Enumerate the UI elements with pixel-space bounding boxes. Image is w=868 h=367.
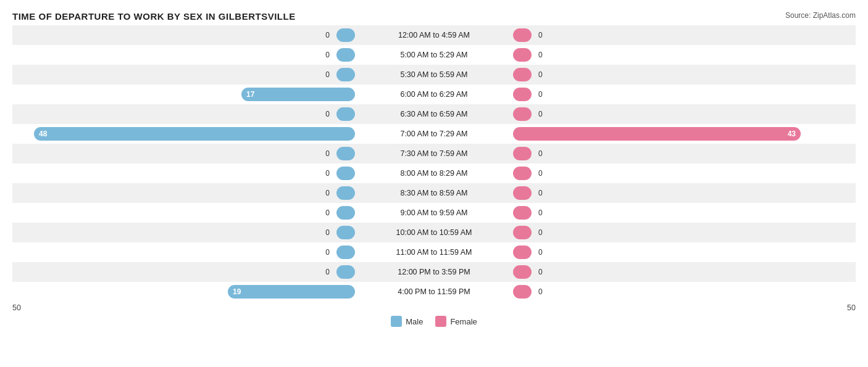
male-side: 0 [12, 262, 358, 282]
legend-male-label: Male [406, 317, 423, 326]
table-row: 08:30 AM to 8:59 AM0 [12, 183, 856, 203]
female-bar [513, 265, 532, 279]
female-value: 0 [538, 169, 543, 178]
table-row: 176:00 AM to 6:29 AM0 [12, 85, 856, 104]
legend: Male Female [391, 316, 477, 327]
time-label: 12:00 PM to 3:59 PM [358, 268, 510, 276]
female-side: 0 [510, 282, 856, 302]
male-side: 48 [12, 124, 358, 144]
legend-female-label: Female [450, 317, 477, 326]
table-row: 012:00 AM to 4:59 AM0 [12, 25, 856, 45]
female-bar: 43 [513, 127, 801, 141]
male-side: 17 [12, 85, 358, 104]
time-label: 12:00 AM to 4:59 AM [358, 31, 510, 39]
male-side: 0 [12, 183, 358, 203]
female-bar [513, 206, 532, 220]
table-row: 07:30 AM to 7:59 AM0 [12, 144, 856, 163]
female-bar [513, 167, 532, 180]
female-value: 0 [538, 70, 543, 79]
male-side: 19 [12, 282, 358, 302]
female-bar [513, 285, 532, 299]
table-row: 09:00 AM to 9:59 AM0 [12, 203, 856, 223]
male-value: 0 [325, 268, 330, 276]
female-value: 0 [538, 208, 543, 217]
female-value: 0 [538, 228, 543, 237]
male-bar [336, 186, 355, 200]
male-value: 0 [325, 70, 330, 79]
female-bar [513, 107, 532, 121]
female-side: 0 [510, 203, 856, 223]
female-side: 0 [510, 163, 856, 183]
time-label: 4:00 PM to 11:59 PM [358, 287, 510, 296]
table-row: 487:00 AM to 7:29 AM43 [12, 124, 856, 144]
time-label: 9:00 AM to 9:59 AM [358, 208, 510, 217]
female-side: 0 [510, 223, 856, 242]
time-label: 6:00 AM to 6:29 AM [358, 90, 510, 99]
legend-male: Male [391, 316, 423, 327]
male-side: 0 [12, 203, 358, 223]
male-bar: 48 [34, 127, 355, 141]
source-label: Source: ZipAtlas.com [785, 11, 856, 20]
female-side: 0 [510, 104, 856, 124]
axis-left: 50 [12, 303, 21, 312]
male-bar [336, 226, 355, 239]
legend-female: Female [435, 316, 477, 327]
female-bar [513, 88, 532, 101]
female-bar [513, 147, 532, 160]
male-value: 0 [325, 31, 330, 39]
female-value: 0 [538, 287, 543, 296]
female-side: 0 [510, 85, 856, 104]
female-value: 0 [538, 248, 543, 257]
table-row: 08:00 AM to 8:29 AM0 [12, 163, 856, 183]
female-bar [513, 186, 532, 200]
chart-body: 012:00 AM to 4:59 AM005:00 AM to 5:29 AM… [12, 25, 856, 302]
male-value-inside: 17 [241, 90, 254, 99]
female-bar [513, 226, 532, 239]
female-value-inside: 43 [788, 130, 801, 138]
female-bar [513, 28, 532, 42]
female-side: 0 [510, 262, 856, 282]
male-side: 0 [12, 25, 358, 45]
table-row: 012:00 PM to 3:59 PM0 [12, 262, 856, 282]
male-side: 0 [12, 242, 358, 262]
male-value-inside: 19 [228, 287, 241, 296]
table-row: 011:00 AM to 11:59 AM0 [12, 242, 856, 262]
male-value: 0 [325, 208, 330, 217]
female-value: 0 [538, 90, 543, 99]
male-bar [336, 206, 355, 220]
female-bar [513, 68, 532, 81]
axis-right: 50 [847, 303, 856, 312]
table-row: 05:30 AM to 5:59 AM0 [12, 65, 856, 85]
time-label: 7:30 AM to 7:59 AM [358, 149, 510, 158]
time-label: 5:30 AM to 5:59 AM [358, 70, 510, 79]
axis-labels: 50 50 [12, 302, 856, 313]
bottom-area: 50 50 Male Female [12, 302, 856, 327]
female-bar [513, 245, 532, 259]
time-label: 11:00 AM to 11:59 AM [358, 248, 510, 257]
female-value: 0 [538, 268, 543, 276]
female-side: 0 [510, 45, 856, 65]
male-bar [336, 107, 355, 121]
male-value: 0 [325, 110, 330, 118]
female-side: 0 [510, 65, 856, 85]
male-bar [336, 245, 355, 259]
male-bar: 17 [241, 88, 355, 101]
time-label: 8:30 AM to 8:59 AM [358, 189, 510, 197]
table-row: 05:00 AM to 5:29 AM0 [12, 45, 856, 65]
male-side: 0 [12, 65, 358, 85]
time-label: 7:00 AM to 7:29 AM [358, 130, 510, 138]
female-value: 0 [538, 189, 543, 197]
time-label: 10:00 AM to 10:59 AM [358, 228, 510, 237]
male-side: 0 [12, 104, 358, 124]
male-side: 0 [12, 163, 358, 183]
male-value: 0 [325, 149, 330, 158]
female-value: 0 [538, 149, 543, 158]
male-bar [336, 68, 355, 81]
time-label: 5:00 AM to 5:29 AM [358, 51, 510, 59]
male-value: 0 [325, 169, 330, 178]
table-row: 06:30 AM to 6:59 AM0 [12, 104, 856, 124]
male-bar [336, 147, 355, 160]
female-side: 0 [510, 242, 856, 262]
male-bar [336, 28, 355, 42]
table-row: 194:00 PM to 11:59 PM0 [12, 282, 856, 302]
